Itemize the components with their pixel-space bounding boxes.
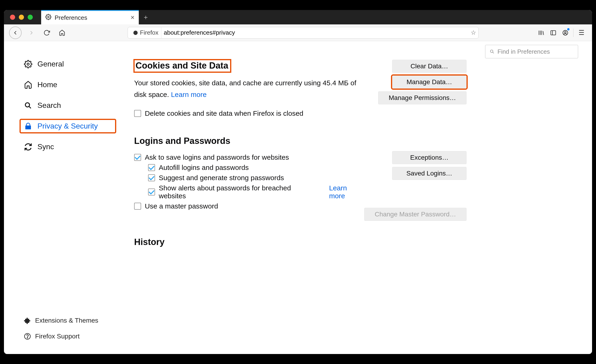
checkbox-ask-save[interactable] xyxy=(134,154,141,161)
menu-button[interactable]: ☰ xyxy=(576,27,587,38)
suggest-row[interactable]: Suggest and generate strong passwords xyxy=(148,174,364,182)
forward-button[interactable] xyxy=(26,27,37,38)
sidebar-link-label: Extensions & Themes xyxy=(35,317,98,324)
gear-icon xyxy=(45,14,51,22)
help-icon xyxy=(24,333,31,340)
sidebar-item-label: Home xyxy=(37,81,57,89)
checkbox-label: Ask to save logins and passwords for web… xyxy=(145,153,289,161)
checkbox-autofill[interactable] xyxy=(148,164,155,171)
window-close-dot[interactable] xyxy=(10,15,15,20)
disk-usage-value: 45.4 МБ xyxy=(323,79,349,87)
gear-icon xyxy=(24,60,32,68)
sidebar-item-privacy-security[interactable]: Privacy & Security xyxy=(20,119,116,133)
search-placeholder: Find in Preferences xyxy=(498,48,550,55)
alerts-row[interactable]: Show alerts about passwords for breached… xyxy=(148,184,364,200)
url-bar[interactable]: Firefox ☆ xyxy=(128,27,479,39)
section-heading-cookies: Cookies and Site Data xyxy=(134,60,231,72)
saved-logins-button[interactable]: Saved Logins… xyxy=(392,167,467,180)
sidebar-item-label: Search xyxy=(37,101,61,110)
firefox-identity-badge: Firefox xyxy=(130,27,161,38)
clear-data-button[interactable]: Clear Data… xyxy=(392,60,467,73)
autofill-row[interactable]: Autofill logins and passwords xyxy=(148,164,364,171)
manage-permissions-button[interactable]: Manage Permissions… xyxy=(378,91,467,104)
checkbox-master-password[interactable] xyxy=(134,203,141,210)
svg-rect-2 xyxy=(551,30,556,35)
library-button[interactable] xyxy=(536,27,547,38)
logins-learn-more-link[interactable]: Learn more xyxy=(329,184,364,200)
sidebar-item-label: Sync xyxy=(37,142,54,151)
sidebar-item-search[interactable]: Search xyxy=(20,99,116,112)
sidebar-toggle-button[interactable] xyxy=(548,27,559,38)
svg-point-9 xyxy=(27,337,28,338)
home-button[interactable] xyxy=(57,27,68,38)
bookmark-star-icon[interactable]: ☆ xyxy=(471,29,476,36)
cookies-description: Your stored cookies, site data, and cach… xyxy=(134,77,357,100)
account-button[interactable] xyxy=(560,27,571,38)
cookies-learn-more-link[interactable]: Learn more xyxy=(171,91,206,98)
sidebar-link-support[interactable]: Firefox Support xyxy=(20,333,129,340)
sync-icon xyxy=(24,143,32,151)
close-tab-icon[interactable]: ✕ xyxy=(130,15,134,21)
notification-dot-icon xyxy=(567,28,569,30)
puzzle-icon xyxy=(24,317,31,324)
checkbox-label: Autofill logins and passwords xyxy=(159,164,249,171)
tab-title: Preferences xyxy=(55,14,127,21)
window-zoom-dot[interactable] xyxy=(28,15,33,20)
sidebar-item-home[interactable]: Home xyxy=(20,78,116,91)
change-master-password-button: Change Master Password… xyxy=(364,208,467,221)
home-icon xyxy=(24,81,32,89)
checkbox-label: Use a master password xyxy=(145,202,218,210)
back-button[interactable] xyxy=(9,27,22,39)
manage-data-button[interactable]: Manage Data… xyxy=(392,75,467,89)
delete-on-close-row[interactable]: Delete cookies and site data when Firefo… xyxy=(134,110,357,117)
checkbox-breach-alerts[interactable] xyxy=(148,188,155,195)
exceptions-button[interactable]: Exceptions… xyxy=(392,151,467,164)
browser-tab-preferences[interactable]: Preferences ✕ xyxy=(41,10,139,24)
sidebar-link-extensions[interactable]: Extensions & Themes xyxy=(20,317,129,324)
svg-point-6 xyxy=(27,63,29,65)
new-tab-button[interactable]: ＋ xyxy=(139,10,153,24)
checkbox-label: Delete cookies and site data when Firefo… xyxy=(145,110,303,117)
checkbox-suggest-strong[interactable] xyxy=(148,174,155,181)
svg-point-4 xyxy=(565,31,566,33)
window-minimize-dot[interactable] xyxy=(19,15,24,20)
url-input[interactable] xyxy=(164,29,468,36)
checkbox-label: Suggest and generate strong passwords xyxy=(159,174,284,182)
toolbar-divider xyxy=(573,29,574,37)
sidebar-link-label: Firefox Support xyxy=(35,333,80,340)
sidebar-item-label: Privacy & Security xyxy=(37,122,98,130)
master-password-row[interactable]: Use a master password xyxy=(134,202,364,210)
search-icon xyxy=(24,101,32,110)
svg-point-7 xyxy=(25,103,30,107)
section-heading-history: History xyxy=(134,237,467,247)
svg-point-5 xyxy=(491,50,493,52)
sidebar-item-general[interactable]: General xyxy=(20,57,116,71)
lock-icon xyxy=(24,122,32,130)
sidebar-item-label: General xyxy=(37,60,64,68)
checkbox-label: Show alerts about passwords for breached… xyxy=(159,184,318,200)
sidebar-item-sync[interactable]: Sync xyxy=(20,140,116,153)
svg-point-1 xyxy=(134,30,138,35)
checkbox-delete-on-close[interactable] xyxy=(134,110,141,117)
section-heading-logins: Logins and Passwords xyxy=(134,136,467,146)
reload-button[interactable] xyxy=(41,27,52,38)
search-icon xyxy=(490,49,495,54)
find-in-preferences-search[interactable]: Find in Preferences xyxy=(485,45,578,58)
ask-save-row[interactable]: Ask to save logins and passwords for web… xyxy=(134,153,364,161)
identity-label: Firefox xyxy=(140,29,158,36)
svg-point-0 xyxy=(48,16,49,18)
